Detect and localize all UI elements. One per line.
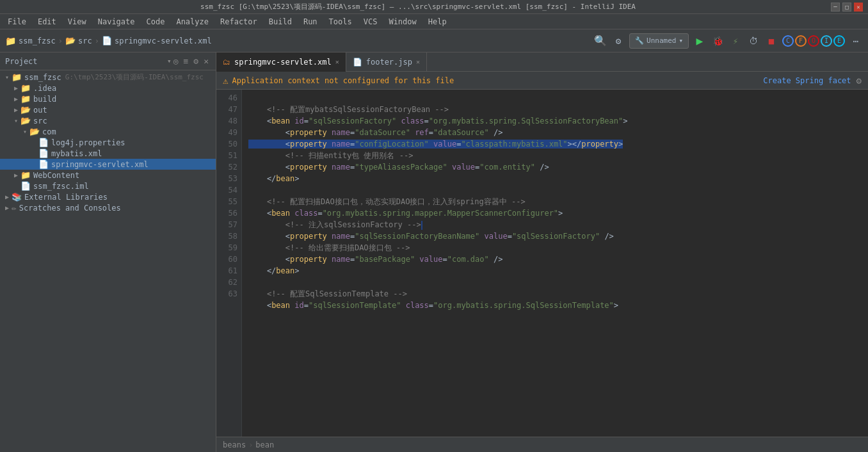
sidebar-locate-btn[interactable]: ◎ [172,56,181,67]
file-icon-mybatis: 📄 [38,149,49,158]
debug-button[interactable]: 🐞 [711,34,725,48]
tab-icon-footer: 📄 [353,58,362,67]
settings-btn[interactable]: ⚙ [611,34,625,48]
tree-item-idea[interactable]: ▶ 📁 .idea [0,83,216,93]
bc-bean[interactable]: bean [255,440,274,449]
folder-icon-ext-libs: 📚 [12,192,22,202]
folder-icon-scratches: ✏ [12,203,17,213]
title-text: ssm_fzsc [G:\tmp\2523\项目源码-IDEA\ssm_fzsc… [5,2,831,12]
tree-item-ssm_fzsc[interactable]: ▾ 📁 ssm_fzsc G:\tmp\2523\项目源码-IDEA\ssm_f… [0,72,216,83]
browser-icons: C F O I E [782,35,845,47]
bc-beans[interactable]: beans [223,440,246,449]
label-idea: .idea [33,84,56,93]
run-config-label: Unnamed [647,36,676,45]
tree-item-log4j[interactable]: ▶ 📄 log4j.properties [0,137,216,148]
run-button[interactable]: ▶ [693,34,707,48]
sidebar-collapse-btn[interactable]: ≡ [182,56,191,67]
folder-icon-webcontent: 📁 [20,170,31,180]
folder-icon-idea: 📁 [20,83,31,93]
label-scratches: Scratches and Consoles [19,204,121,213]
toolbar-src-icon: 📂 [65,36,76,45]
tree-item-build[interactable]: ▶ 📁 build [0,93,216,104]
tree-item-com[interactable]: ▾ 📂 com [0,126,216,137]
tree-item-springmvc[interactable]: ▶ 📄 springmvc-servlet.xml [0,159,216,170]
arrow-com: ▾ [20,128,29,135]
menu-build[interactable]: Build [264,16,297,28]
dropdown-icon: ▾ [679,36,683,45]
tab-footer[interactable]: 📄 footer.jsp ✕ [346,52,427,72]
menu-help[interactable]: Help [423,16,452,28]
label-webcontent: WebContent [33,171,79,180]
menu-view[interactable]: View [63,16,92,28]
more-actions-btn[interactable]: ⋯ [849,34,863,48]
tree-item-ssm_iml[interactable]: ▶ 📄 ssm_fzsc.iml [0,181,216,191]
code-content[interactable]: <!-- 配置mybatsSqlSessionFactoryBean --> <… [242,90,868,437]
minimize-button[interactable]: ─ [831,3,840,12]
edge-icon[interactable]: E [833,35,845,47]
sidebar-hide-btn[interactable]: ✕ [202,56,211,67]
stop-btn[interactable]: ■ [764,34,778,48]
warning-text: Application context not configured for t… [232,76,454,85]
tab-close-springmvc[interactable]: ✕ [335,58,339,65]
profile-btn[interactable]: ⏱ [746,34,760,48]
sidebar: Project ▾ ◎ ≡ ⚙ ✕ ▾ 📁 ssm_fzsc G:\tmp\25… [0,52,216,452]
label-src: src [33,117,47,125]
ie-icon[interactable]: I [821,35,832,47]
tab-springmvc[interactable]: 🗂 springmvc-servlet.xml ✕ [216,52,346,72]
menu-window[interactable]: Window [383,16,421,28]
menu-navigate[interactable]: Navigate [93,16,140,28]
main-layout: Project ▾ ◎ ≡ ⚙ ✕ ▾ 📁 ssm_fzsc G:\tmp\25… [0,52,868,452]
menu-bar: File Edit View Navigate Code Analyze Ref… [0,14,868,29]
arrow-ssm_fzsc: ▾ [3,74,12,81]
run-config-btn[interactable]: 🔧 Unnamed ▾ [629,33,689,49]
warning-settings-icon[interactable]: ⚙ [856,76,862,86]
tree-item-scratches[interactable]: ▶ ✏ Scratches and Consoles [0,202,216,213]
toolbar-file-icon: 📄 [102,36,112,45]
tree-item-ext-libs[interactable]: ▶ 📚 External Libraries [0,191,216,202]
menu-edit[interactable]: Edit [33,16,61,28]
tab-label-footer: footer.jsp [366,58,412,67]
tree-item-webcontent[interactable]: ▶ 📁 WebContent [0,170,216,181]
file-icon-springmvc: 📄 [38,159,49,169]
label-ext-libs: External Libraries [24,193,108,202]
create-spring-facet-link[interactable]: Create Spring facet [763,76,851,85]
editor-area: 🗂 springmvc-servlet.xml ✕ 📄 footer.jsp ✕… [216,52,868,452]
menu-file[interactable]: File [3,16,31,28]
file-icon-log4j: 📄 [38,138,49,147]
menu-code[interactable]: Code [141,16,170,28]
run-coverage-btn[interactable]: ⚡ [728,34,743,48]
sidebar-gear-btn[interactable]: ⚙ [191,56,200,67]
restore-button[interactable]: □ [842,3,851,12]
editor-tabs: 🗂 springmvc-servlet.xml ✕ 📄 footer.jsp ✕ [216,52,868,72]
tab-label-springmvc: springmvc-servlet.xml [234,58,332,67]
path-ssm_fzsc: G:\tmp\2523\项目源码-IDEA\ssm_fzsc [65,72,204,82]
label-log4j: log4j.properties [51,138,125,147]
arrow-webcontent: ▶ [12,172,20,179]
window-controls: ─ □ ✕ [831,3,863,12]
sidebar-title-dropdown[interactable]: ▾ [167,57,172,65]
menu-refactor[interactable]: Refactor [215,16,262,28]
title-bar: ssm_fzsc [G:\tmp\2523\项目源码-IDEA\ssm_fzsc… [0,0,868,14]
close-button[interactable]: ✕ [854,3,863,12]
folder-icon-com: 📂 [29,127,40,136]
tab-close-footer[interactable]: ✕ [416,58,420,65]
breadcrumb-footer: beans › bean [216,437,868,452]
menu-tools[interactable]: Tools [324,16,357,28]
opera-icon[interactable]: O [808,35,819,47]
menu-run[interactable]: Run [298,16,323,28]
tree-item-mybatis[interactable]: ▶ 📄 mybatis.xml [0,148,216,159]
menu-vcs[interactable]: VCS [358,16,383,28]
menu-analyze[interactable]: Analyze [171,16,214,28]
tree-item-src[interactable]: ▾ 📂 src [0,115,216,126]
toolbar-file: springmvc-servlet.xml [115,36,212,45]
code-editor: 46 47 48 49 50 51 52 53 54 55 56 57 58 5… [216,90,868,437]
search-everywhere-btn[interactable]: 🔍 [593,34,607,48]
bc-sep1: › [248,440,253,449]
arrow-ext-libs: ▶ [3,193,12,200]
chrome-icon[interactable]: C [782,35,794,47]
breadcrumb-sep2: › [95,36,99,45]
toolbar: 📁 ssm_fzsc › 📂 src › 📄 springmvc-servlet… [0,29,868,52]
firefox-icon[interactable]: F [795,35,807,47]
tree-item-out[interactable]: ▶ 📂 out [0,104,216,115]
sidebar-header: Project ▾ ◎ ≡ ⚙ ✕ [0,52,216,70]
